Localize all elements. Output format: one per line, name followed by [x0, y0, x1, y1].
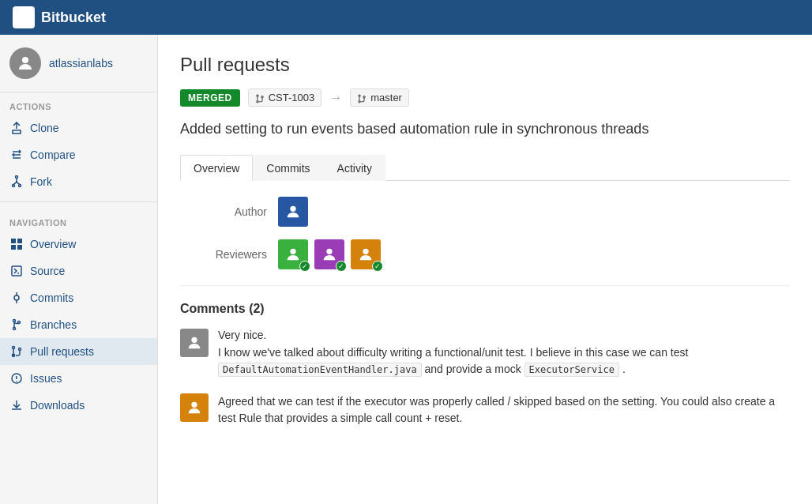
- comment-body-2: Agreed that we can test if the executor …: [218, 393, 790, 427]
- fork-icon: [9, 175, 24, 189]
- pull-requests-label: Pull requests: [30, 345, 94, 358]
- comment-avatar-1: [180, 329, 209, 357]
- nav-label: NAVIGATION: [0, 209, 157, 231]
- page-title: Pull requests: [180, 54, 790, 76]
- section-divider: [180, 285, 790, 286]
- pull-requests-icon: [9, 344, 24, 359]
- svg-point-21: [359, 100, 360, 102]
- svg-point-19: [261, 96, 263, 97]
- sidebar: atlassianlabs ACTIONS Clone Compare: [0, 35, 158, 504]
- main-content: Pull requests MERGED CST-1003 →: [158, 35, 812, 504]
- comment-text-before-code: I know we've talked about difficulty wri…: [218, 346, 688, 359]
- comment-avatar-2: [180, 393, 209, 422]
- comment-first-line-1: Very nice.: [218, 329, 790, 341]
- author-avatar-list: [278, 197, 308, 227]
- sidebar-item-commits[interactable]: Commits: [0, 284, 157, 311]
- svg-point-23: [290, 206, 295, 212]
- branch-icon: [255, 92, 265, 103]
- issues-label: Issues: [30, 372, 62, 385]
- source-label: Source: [30, 265, 65, 277]
- source-branch-ref: CST-1003: [248, 88, 322, 107]
- reviewer-check-3: ✓: [372, 261, 383, 272]
- user-name: atlassianlabs: [49, 57, 113, 70]
- sidebar-divider: [0, 201, 157, 202]
- sidebar-item-compare[interactable]: Compare: [0, 141, 157, 168]
- svg-point-28: [191, 402, 197, 408]
- logo: Bitbucket: [13, 6, 106, 28]
- svg-point-11: [13, 328, 16, 330]
- svg-point-24: [290, 249, 295, 254]
- commits-icon: [9, 291, 24, 305]
- source-branch-name: CST-1003: [269, 92, 315, 103]
- svg-point-27: [191, 337, 197, 343]
- svg-point-3: [19, 185, 21, 187]
- logo-icon: [13, 6, 35, 28]
- tab-commits[interactable]: Commits: [253, 155, 323, 181]
- sidebar-item-branches[interactable]: Branches: [0, 311, 157, 338]
- top-navigation: Bitbucket: [0, 0, 812, 35]
- svg-point-2: [13, 185, 15, 187]
- comment-code-2: ExecutorService: [524, 363, 619, 377]
- svg-point-0: [22, 57, 28, 63]
- comment-text-middle: and provide a mock: [425, 363, 521, 375]
- clone-icon: [9, 121, 24, 135]
- issues-icon: [9, 371, 24, 386]
- branches-icon: [9, 318, 24, 332]
- reviewer-avatar-3: ✓: [351, 239, 381, 269]
- source-icon: [9, 264, 24, 278]
- clone-label: Clone: [30, 122, 59, 134]
- reviewers-row: Reviewers ✓ ✓: [180, 239, 790, 269]
- sidebar-user[interactable]: atlassianlabs: [0, 35, 157, 92]
- svg-point-22: [363, 96, 365, 97]
- overview-icon: [9, 237, 24, 251]
- reviewers-label: Reviewers: [196, 248, 267, 261]
- logo-text: Bitbucket: [41, 9, 106, 26]
- comment-text-2: Agreed that we can test if the executor …: [218, 393, 790, 427]
- comment-text-end: .: [622, 363, 626, 375]
- author-label: Author: [196, 205, 267, 218]
- sidebar-item-issues[interactable]: Issues: [0, 365, 157, 392]
- commits-label: Commits: [30, 291, 73, 304]
- reviewers-avatar-list: ✓ ✓ ✓: [278, 239, 381, 269]
- compare-icon: [9, 148, 24, 162]
- svg-rect-6: [11, 245, 16, 250]
- svg-point-25: [326, 249, 332, 254]
- avatar: [9, 47, 41, 79]
- target-branch-name: master: [370, 92, 402, 103]
- sidebar-item-overview[interactable]: Overview: [0, 231, 157, 258]
- merged-badge: MERGED: [180, 89, 240, 107]
- author-row: Author: [180, 197, 790, 227]
- svg-point-26: [363, 249, 368, 254]
- pr-meta: MERGED CST-1003 → master: [180, 88, 790, 107]
- comments-title: Comments (2): [180, 302, 790, 316]
- sidebar-item-source[interactable]: Source: [0, 258, 157, 284]
- target-branch-ref: master: [350, 88, 409, 107]
- svg-point-9: [14, 295, 19, 300]
- downloads-label: Downloads: [30, 399, 85, 412]
- comment-text-1: I know we've talked about difficulty wri…: [218, 344, 790, 378]
- svg-point-17: [257, 95, 258, 96]
- tab-activity[interactable]: Activity: [324, 155, 385, 181]
- arrow-icon: →: [329, 91, 342, 105]
- pr-description: Added setting to run events based automa…: [180, 119, 790, 139]
- svg-rect-4: [11, 239, 16, 243]
- sidebar-item-fork[interactable]: Fork: [0, 168, 157, 195]
- fork-label: Fork: [30, 175, 52, 188]
- svg-rect-5: [17, 239, 22, 243]
- svg-point-13: [13, 347, 15, 349]
- tab-overview[interactable]: Overview: [180, 155, 253, 181]
- actions-label: ACTIONS: [0, 92, 157, 115]
- sidebar-item-pull-requests[interactable]: Pull requests: [0, 338, 157, 365]
- svg-point-20: [359, 95, 360, 96]
- comment-code-1: DefaultAutomationEventHandler.java: [218, 363, 422, 377]
- sidebar-item-clone[interactable]: Clone: [0, 115, 157, 141]
- branches-label: Branches: [30, 318, 77, 331]
- author-avatar: [278, 197, 308, 227]
- downloads-icon: [9, 398, 24, 412]
- tabs: Overview Commits Activity: [180, 155, 790, 181]
- sidebar-item-downloads[interactable]: Downloads: [0, 392, 157, 419]
- comment-2: Agreed that we can test if the executor …: [180, 393, 790, 427]
- svg-rect-7: [17, 245, 22, 250]
- overview-label: Overview: [30, 238, 76, 250]
- svg-point-10: [13, 320, 16, 322]
